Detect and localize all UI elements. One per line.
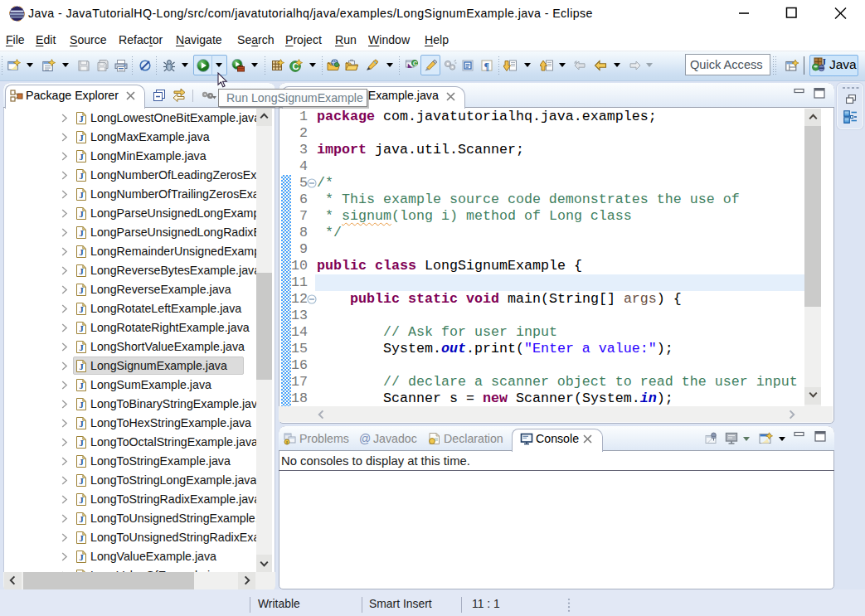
svg-text:J: J — [79, 285, 84, 295]
svg-text:J: J — [79, 342, 84, 352]
svg-text:!: ! — [286, 440, 288, 445]
svg-text:J: J — [79, 133, 84, 143]
svg-text:J: J — [79, 266, 84, 276]
svg-text:J: J — [79, 514, 84, 524]
svg-text:J: J — [79, 438, 84, 448]
svg-text:J: J — [79, 323, 84, 333]
svg-text:J: J — [79, 247, 84, 257]
svg-text:J: J — [79, 495, 84, 505]
svg-text:J: J — [79, 114, 84, 124]
svg-text:J: J — [79, 190, 84, 200]
svg-text:J: J — [79, 171, 84, 181]
svg-text:J: J — [79, 304, 84, 314]
svg-text:J: J — [79, 361, 84, 371]
svg-text:J: J — [79, 476, 84, 486]
svg-text:¶: ¶ — [484, 61, 489, 72]
svg-text:J: J — [79, 228, 84, 238]
svg-text:J: J — [79, 419, 84, 429]
svg-text:J: J — [79, 209, 84, 219]
svg-text:J: J — [79, 400, 84, 410]
svg-text:J: J — [79, 152, 84, 162]
svg-text:J: J — [79, 533, 84, 543]
svg-text:J: J — [79, 457, 84, 467]
svg-text:J: J — [79, 381, 84, 390]
svg-text:J: J — [79, 552, 84, 562]
svg-text:C: C — [413, 61, 417, 66]
